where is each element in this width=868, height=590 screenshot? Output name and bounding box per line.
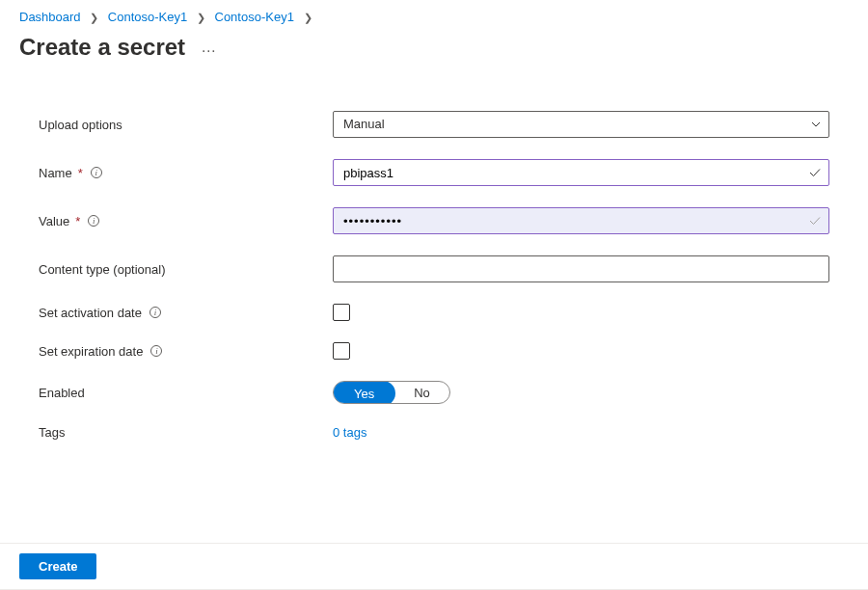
upload-options-label: Upload options (39, 118, 333, 132)
name-label: Name * i (39, 166, 333, 180)
secret-form: Upload options Manual Name * i Value * i (0, 76, 868, 440)
footer: Create (0, 543, 868, 590)
value-label: Value * i (39, 214, 333, 228)
upload-options-select[interactable]: Manual (333, 111, 829, 138)
breadcrumb-contoso-key1[interactable]: Contoso-Key1 (108, 10, 187, 24)
chevron-right-icon: ❯ (197, 12, 205, 23)
info-icon[interactable]: i (88, 215, 99, 227)
tags-label: Tags (39, 425, 333, 440)
info-icon[interactable]: i (91, 167, 102, 178)
breadcrumb-dashboard[interactable]: Dashboard (19, 10, 81, 24)
breadcrumb-contoso-key1-2[interactable]: Contoso-Key1 (215, 10, 294, 24)
page-title: Create a secret (19, 34, 185, 61)
name-input[interactable] (333, 159, 829, 186)
required-asterisk: * (75, 214, 80, 228)
chevron-right-icon: ❯ (304, 12, 312, 23)
enabled-yes-button[interactable]: Yes (333, 381, 395, 404)
expiration-date-checkbox[interactable] (333, 342, 350, 360)
activation-date-checkbox[interactable] (333, 304, 350, 321)
breadcrumb: Dashboard ❯ Contoso-Key1 ❯ Contoso-Key1 … (0, 0, 868, 30)
content-type-label: Content type (optional) (39, 262, 333, 277)
create-button[interactable]: Create (19, 553, 96, 579)
more-icon[interactable]: … (201, 39, 218, 56)
activation-date-label: Set activation date i (39, 306, 333, 320)
content-type-input[interactable] (333, 255, 829, 282)
info-icon[interactable]: i (149, 307, 161, 318)
required-asterisk: * (78, 166, 83, 180)
value-input[interactable] (333, 207, 829, 234)
tags-link[interactable]: 0 tags (333, 425, 366, 440)
page-header: Create a secret … (0, 30, 868, 76)
chevron-right-icon: ❯ (90, 12, 98, 23)
info-icon[interactable]: i (150, 345, 162, 357)
enabled-label: Enabled (39, 386, 333, 400)
expiration-date-label: Set expiration date i (39, 344, 333, 359)
enabled-toggle: Yes No (333, 381, 450, 404)
enabled-no-button[interactable]: No (394, 382, 449, 403)
